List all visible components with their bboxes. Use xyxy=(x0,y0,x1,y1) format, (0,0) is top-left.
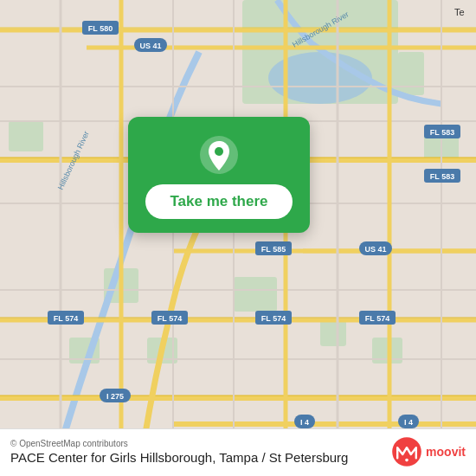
svg-rect-5 xyxy=(234,277,277,312)
svg-rect-10 xyxy=(9,121,43,151)
svg-text:I 4: I 4 xyxy=(300,418,309,427)
svg-point-69 xyxy=(215,147,223,156)
map-attribution: © OpenStreetMap contributors xyxy=(10,439,348,448)
take-me-there-button[interactable]: Take me there xyxy=(145,184,292,219)
svg-text:FL 574: FL 574 xyxy=(54,314,78,323)
svg-rect-3 xyxy=(398,52,424,95)
svg-text:FL 583: FL 583 xyxy=(430,172,454,181)
svg-text:FL 583: FL 583 xyxy=(430,128,454,137)
place-name: PACE Center for Girls Hillsborough, Tamp… xyxy=(10,450,348,465)
bottom-info: © OpenStreetMap contributors PACE Center… xyxy=(10,439,348,465)
destination-card: Take me there xyxy=(128,117,310,233)
svg-text:US 41: US 41 xyxy=(139,42,161,50)
moovit-text: moovit xyxy=(426,445,466,459)
svg-text:FL 574: FL 574 xyxy=(158,314,182,323)
svg-text:FL 574: FL 574 xyxy=(365,314,389,323)
svg-text:FL 585: FL 585 xyxy=(261,245,286,254)
moovit-icon xyxy=(391,436,422,467)
moovit-logo: moovit xyxy=(391,436,466,467)
svg-text:FL 574: FL 574 xyxy=(261,314,286,323)
map-background: FL 580 US 41 I 275 FL 583 FL 583 FL 585 … xyxy=(0,0,476,476)
bottom-bar: © OpenStreetMap contributors PACE Center… xyxy=(0,428,476,476)
svg-rect-6 xyxy=(320,320,346,346)
svg-text:FL 580: FL 580 xyxy=(88,24,113,33)
svg-text:US 41: US 41 xyxy=(364,245,386,254)
svg-text:Te: Te xyxy=(454,7,465,17)
svg-point-71 xyxy=(405,459,408,462)
svg-text:I 275: I 275 xyxy=(106,392,124,401)
location-pin-icon xyxy=(198,134,240,176)
map-container: FL 580 US 41 I 275 FL 583 FL 583 FL 585 … xyxy=(0,0,476,476)
svg-text:I 4: I 4 xyxy=(404,418,413,427)
